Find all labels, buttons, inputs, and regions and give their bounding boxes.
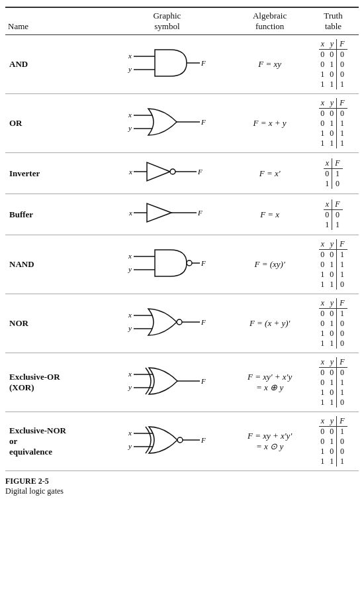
tt-cell: 1 — [319, 447, 327, 457]
tt-cell: 1 — [319, 457, 327, 467]
svg-text:y: y — [128, 65, 132, 73]
tt-row: 011 — [319, 378, 347, 388]
tt-cell: 1 — [319, 398, 327, 408]
tt-row: 000 — [319, 368, 347, 378]
gate-function: F = xy — [232, 35, 308, 94]
svg-text:x: x — [128, 429, 132, 437]
svg-text:y: y — [128, 383, 132, 391]
tt-cell: 0 — [337, 70, 347, 80]
svg-point-32 — [177, 319, 182, 325]
tt-cell: 1 — [337, 427, 347, 437]
svg-marker-19 — [147, 203, 171, 222]
tt-cell: 1 — [319, 129, 327, 138]
tt-cell: 0 — [327, 329, 337, 339]
tt-header: F — [337, 298, 347, 309]
tt-row: 001 — [319, 309, 347, 319]
tt-row: 011 — [319, 119, 347, 129]
tt-row: 11 — [324, 220, 342, 230]
tt-cell: 1 — [327, 378, 337, 388]
tt-cell: 0 — [327, 70, 337, 80]
tt-header: y — [327, 39, 337, 50]
tt-header: x — [319, 39, 327, 50]
tt-cell: 0 — [337, 329, 347, 339]
gate-name: NAND — [5, 235, 103, 294]
tt-row: 10 — [324, 179, 342, 189]
tt-header: y — [327, 357, 337, 368]
header-function: Algebraic function — [232, 7, 308, 35]
tt-header: y — [327, 298, 337, 309]
tt-row: 010 — [319, 60, 347, 70]
tt-cell: 0 — [319, 378, 327, 388]
gate-name: AND — [5, 35, 103, 94]
gate-truth-table: xyF001011101110 — [308, 235, 359, 294]
tt-header: y — [327, 416, 337, 427]
svg-text:x: x — [128, 52, 132, 60]
tt-row: 101 — [319, 270, 347, 280]
tt-cell: 1 — [319, 329, 327, 339]
gate-name: OR — [5, 94, 103, 153]
tt-cell: 1 — [327, 437, 337, 447]
svg-text:x: x — [128, 252, 132, 260]
gate-function: F = x' — [232, 153, 308, 194]
tt-cell: 0 — [319, 60, 327, 70]
gate-symbol: x F — [103, 153, 232, 194]
gate-truth-table: xyF000010100111 — [308, 35, 359, 94]
tt-cell: 0 — [337, 339, 347, 349]
tt-cell: 1 — [332, 220, 343, 230]
gate-symbol: x y F — [103, 35, 232, 94]
svg-text:F: F — [201, 318, 206, 326]
truth-table: xyF001011101110 — [319, 239, 347, 290]
tt-header: x — [324, 199, 332, 210]
gate-symbol: x F — [103, 194, 232, 235]
tt-cell: 0 — [337, 60, 347, 70]
tt-cell: 1 — [319, 138, 327, 148]
tt-header: F — [337, 39, 347, 50]
tt-header: x — [319, 98, 327, 109]
tt-header: F — [337, 357, 347, 368]
tt-header: F — [337, 416, 347, 427]
tt-cell: 0 — [337, 50, 347, 60]
truth-table: xyF000010100111 — [319, 39, 347, 89]
svg-text:y: y — [128, 324, 132, 332]
svg-text:F: F — [201, 118, 206, 126]
tt-cell: 0 — [327, 447, 337, 457]
truth-table: xF0110 — [324, 158, 342, 189]
tt-cell: 0 — [327, 270, 337, 280]
svg-text:F: F — [201, 59, 206, 67]
tt-cell: 0 — [337, 398, 347, 408]
tt-cell: 1 — [327, 138, 337, 148]
tt-cell: 1 — [327, 339, 337, 349]
tt-header: F — [337, 98, 347, 109]
tt-cell: 0 — [319, 309, 327, 319]
tt-cell: 0 — [319, 427, 327, 437]
figure-caption-text: Digital logic gates — [5, 486, 64, 496]
tt-cell: 1 — [327, 398, 337, 408]
tt-row: 111 — [319, 80, 347, 89]
gate-symbol: x y F — [103, 94, 232, 153]
tt-cell: 0 — [327, 109, 337, 119]
tt-cell: 1 — [327, 60, 337, 70]
tt-header: y — [327, 239, 337, 250]
svg-text:x: x — [128, 111, 132, 119]
tt-cell: 1 — [327, 119, 337, 129]
tt-cell: 0 — [319, 260, 327, 270]
tt-row: 00 — [324, 209, 342, 220]
tt-cell: 1 — [319, 270, 327, 280]
logic-gates-table: Name Graphic symbol Algebraic function T… — [5, 7, 359, 471]
tt-cell: 1 — [319, 339, 327, 349]
svg-text:F: F — [201, 259, 206, 267]
gate-truth-table: xyF000011101111 — [308, 94, 359, 153]
gate-truth-table: xyF000011101110 — [308, 353, 359, 412]
svg-text:x: x — [128, 311, 132, 319]
tt-header: y — [327, 98, 337, 109]
tt-cell: 0 — [337, 437, 347, 447]
tt-row: 000 — [319, 109, 347, 119]
svg-marker-13 — [147, 162, 170, 181]
gate-symbol: x y F — [103, 353, 232, 412]
tt-cell: 0 — [327, 427, 337, 437]
gate-truth-table: xyF001010100111 — [308, 412, 359, 471]
tt-cell: 1 — [327, 260, 337, 270]
svg-text:F: F — [201, 436, 206, 444]
header-truth: Truth table — [308, 7, 359, 35]
tt-header: x — [319, 357, 327, 368]
